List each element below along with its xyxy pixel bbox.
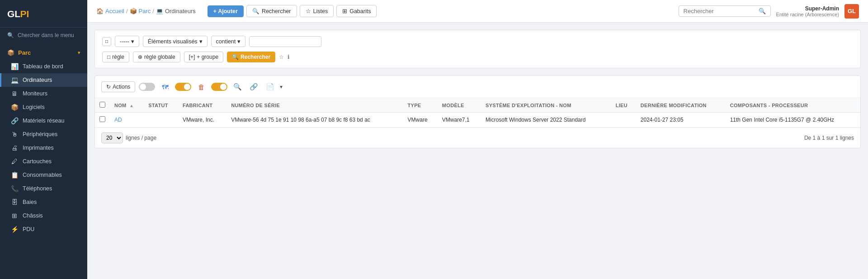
col-modele[interactable]: MODÈLE [438,98,481,113]
parc-breadcrumb-icon: 📦 [130,8,137,14]
sidebar-item-logiciels[interactable]: 📦 Logiciels [0,100,87,114]
sidebar-item-label: Tableau de bord [23,63,63,70]
col-composants-processeur[interactable]: COMPOSANTS - PROCESSEUR [726,98,860,113]
field-selector[interactable]: ----- ▾ [115,36,139,47]
cartouches-icon: 🖊 [11,158,18,165]
sidebar-item-moniteurs[interactable]: 🖥 Moniteurs [0,87,87,100]
regle-globale-button[interactable]: ⊕ règle globale [133,52,180,62]
telephones-icon: 📞 [11,185,18,192]
user-avatar[interactable]: GL [844,4,859,19]
listes-label: Listes [313,8,328,14]
col-type[interactable]: TYPE [403,98,438,113]
select-all-checkbox[interactable] [99,102,105,108]
col-lieu[interactable]: LIEU [611,98,636,113]
sidebar-item-peripheriques[interactable]: 🖱 Périphériques [0,128,87,141]
condition-selector[interactable]: contient ▾ [211,36,246,47]
toggle-view[interactable] [175,83,191,91]
row-checkbox-cell[interactable] [95,113,110,128]
filter-collapse-button[interactable]: □ [102,37,111,46]
sidebar-item-ordinateurs[interactable]: 💻 Ordinateurs [0,73,87,87]
row-checkbox[interactable] [99,116,105,122]
user-name: Super-Admin [776,5,839,12]
view-selector[interactable]: Éléments visualisés ▾ [143,36,208,47]
rechercher-button[interactable]: 🔍 Rechercher [246,5,297,17]
filter-row-1: □ ----- ▾ Éléments visualisés ▾ contient… [102,36,853,47]
sidebar-item-telephones[interactable]: 📞 Téléphones [0,182,87,195]
sidebar-item-baies[interactable]: 🗄 Baies [0,195,87,209]
breadcrumb-accueil[interactable]: Accueil [105,8,124,14]
filter-search-button[interactable]: 🔍 Rechercher [227,52,275,62]
user-entity: Entité racine (Arborescence) [776,12,839,17]
row-nom-cell[interactable]: AD [110,113,144,128]
sidebar-item-cartouches[interactable]: 🖊 Cartouches [0,155,87,168]
col-systeme[interactable]: SYSTÈME D'EXPLOITATION - NOM [481,98,611,113]
sidebar-item-label: Consommables [23,172,62,178]
col-numero-serie[interactable]: NUMÉRO DE SÉRIE [226,98,403,113]
listes-button[interactable]: ☆ Listes [300,5,334,17]
global-search-box[interactable]: 🔍 [679,5,771,17]
groupe-button[interactable]: [+] + groupe [184,52,223,62]
table-section: ↻ Actions 🗺 🗑 🔍 🔗 📄 ▾ [94,76,861,148]
sidebar-item-label: Logiciels [23,104,45,110]
star-icon: ☆ [306,8,311,14]
toggle-all[interactable] [139,83,155,91]
map-icon[interactable]: 🗺 [159,80,171,93]
row-derniere-modification-cell: 2024-01-27 23:05 [636,113,726,128]
select-all-header[interactable] [95,98,110,113]
sidebar-parc-label: Parc [18,49,31,56]
chassis-icon: ⊞ [11,212,18,219]
gabarits-button[interactable]: ⊞ Gabarits [336,5,377,17]
col-derniere-modification[interactable]: DERNIÈRE MODIFICATION [636,98,726,113]
page-size-select[interactable]: 20 [101,132,123,143]
chevron-down-icon: ▾ [131,38,134,45]
toggle-active[interactable] [211,83,227,91]
sidebar-item-materiels-reseau[interactable]: 🔗 Matériels réseau [0,114,87,128]
regle-button[interactable]: □ règle [102,52,129,62]
search-icon: 🔍 [7,32,14,38]
global-search-input[interactable] [684,8,756,14]
row-composants-processeur-cell: 11th Gen Intel Core i5-1135G7 @ 2.40GHz [726,113,860,128]
actions-button[interactable]: ↻ Actions [101,81,135,92]
topbar-left: 🏠 Accueil / 📦 Parc / 💻 Ordinateurs + Ajo… [96,5,377,17]
col-nom[interactable]: NOM ▲ [110,98,144,113]
sidebar-item-label: PDU [23,226,34,232]
col-statut[interactable]: STATUT [144,98,178,113]
sidebar-item-label: Imprimantes [23,145,54,151]
sidebar-search[interactable]: 🔍 Chercher dans le menu [0,28,87,43]
info-icon[interactable]: ℹ [288,54,290,60]
breadcrumb-sep-2: / [152,8,154,14]
filter-row-2: □ règle ⊕ règle globale [+] + groupe 🔍 R… [102,52,853,62]
sidebar-item-tableau-de-bord[interactable]: 📊 Tableau de bord [0,60,87,73]
baies-icon: 🗄 [11,199,18,206]
topbar: 🏠 Accueil / 📦 Parc / 💻 Ordinateurs + Ajo… [87,0,868,23]
filter-value-input[interactable] [249,36,321,47]
gabarits-label: Gabarits [349,8,371,14]
breadcrumb-parc[interactable]: Parc [139,8,151,14]
sidebar-item-label: Moniteurs [23,90,47,97]
page-size-label: lignes / page [126,135,156,141]
search-toolbar-icon[interactable]: 🔍 [231,80,244,93]
actions-label: Actions [113,84,130,90]
bookmark-icon[interactable]: ☆ [279,54,284,60]
breadcrumb-sep-1: / [126,8,128,14]
link-icon[interactable]: 🔗 [247,80,260,93]
ajouter-button[interactable]: + Ajouter [208,5,244,17]
export-icon[interactable]: 📄 [264,80,276,93]
user-info: Super-Admin Entité racine (Arborescence) [776,5,839,17]
regle-icon: □ [107,54,110,60]
sidebar-item-label: Baies [23,199,37,205]
row-nom-link[interactable]: AD [114,117,122,123]
col-fabricant[interactable]: FABRICANT [178,98,226,113]
search-magnifier-icon: 🔍 [759,8,766,14]
sidebar-parc-parent[interactable]: 📦 Parc ▾ [0,46,87,60]
pdu-icon: ⚡ [11,226,18,233]
delete-icon[interactable]: 🗑 [195,80,208,93]
sidebar-item-pdu[interactable]: ⚡ PDU [0,222,87,236]
export-dropdown[interactable]: ▾ [280,84,283,90]
sidebar-item-chassis[interactable]: ⊞ Châssis [0,209,87,222]
sidebar-item-label: Matériels réseau [23,118,64,124]
peripheriques-icon: 🖱 [11,131,18,138]
sidebar-item-consommables[interactable]: 📋 Consommables [0,168,87,182]
sidebar-item-imprimantes[interactable]: 🖨 Imprimantes [0,141,87,155]
parc-icon: 📦 [7,49,14,56]
